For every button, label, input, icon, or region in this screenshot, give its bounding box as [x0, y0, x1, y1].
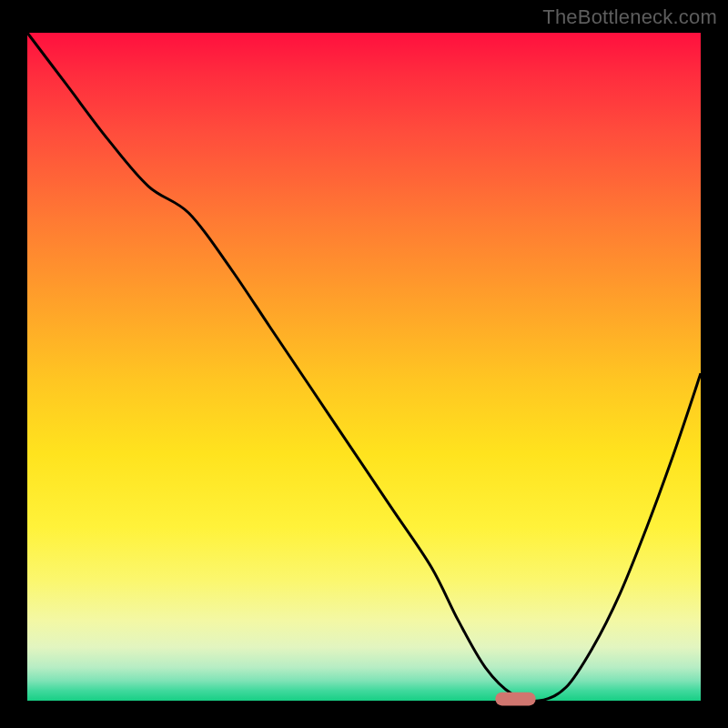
watermark-text: TheBottleneck.com	[542, 5, 717, 29]
bottleneck-curve	[27, 33, 701, 701]
plot-overlay	[27, 33, 701, 701]
chart-stage: TheBottleneck.com	[0, 0, 728, 728]
minimum-marker	[495, 693, 535, 706]
